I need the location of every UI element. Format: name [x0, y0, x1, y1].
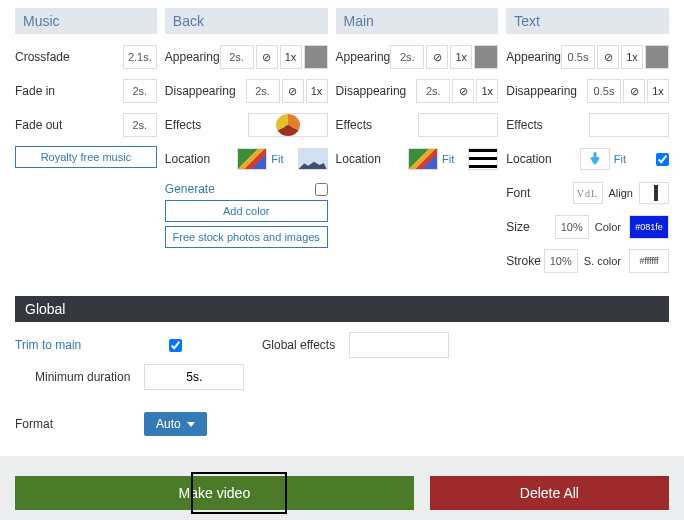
sky-thumb-icon[interactable] — [298, 148, 328, 170]
stripes-thumb-icon[interactable] — [468, 148, 498, 170]
format-dropdown[interactable]: Auto — [144, 412, 207, 436]
stroke-input[interactable] — [544, 249, 578, 273]
parrot-thumb-icon[interactable] — [237, 148, 267, 170]
make-video-button[interactable]: Make video — [15, 476, 414, 510]
main-appearing-color[interactable] — [474, 45, 498, 69]
main-fit-label[interactable]: Fit — [442, 153, 454, 165]
back-location-label: Location — [165, 152, 237, 166]
main-disappearing-label: Disappearing — [336, 84, 417, 98]
denied-icon[interactable]: ⊘ — [623, 79, 645, 103]
align-thumb-icon[interactable] — [639, 182, 669, 204]
main-appearing-label: Appearing — [336, 50, 391, 64]
fadeout-input[interactable] — [123, 113, 157, 137]
text-effects-input[interactable] — [589, 113, 669, 137]
denied-icon[interactable]: ⊘ — [597, 45, 619, 69]
main-effects-label: Effects — [336, 118, 419, 132]
globaleffects-label: Global effects — [262, 338, 335, 352]
align-label: Align — [609, 187, 633, 199]
main-location-label: Location — [336, 152, 408, 166]
fadein-input[interactable] — [123, 79, 157, 103]
text-effects-label: Effects — [506, 118, 589, 132]
text-location-label: Location — [506, 152, 579, 166]
color-swatch[interactable]: #081fe — [629, 215, 669, 239]
down-arrow-icon[interactable] — [580, 148, 610, 170]
back-section: Back Appearing ⊘ 1x Disappearing ⊘ 1x Ef… — [165, 8, 328, 278]
back-disappearing-label: Disappearing — [165, 84, 246, 98]
color-label: Color — [595, 221, 621, 233]
global-body: Trim to main Global effects Minimum dura… — [0, 322, 684, 446]
font-sample-icon[interactable]: VdL — [573, 182, 603, 204]
main-appearing-mult[interactable]: 1x — [450, 45, 472, 69]
text-disappearing-label: Disappearing — [506, 84, 587, 98]
add-color-button[interactable]: Add color — [165, 200, 328, 222]
denied-icon[interactable]: ⊘ — [282, 79, 304, 103]
free-stock-button[interactable]: Free stock photos and images — [165, 226, 328, 248]
delete-all-button[interactable]: Delete All — [430, 476, 669, 510]
stroke-label: Stroke — [506, 254, 543, 268]
main-header: Main — [336, 8, 499, 34]
scolor-swatch[interactable]: #ffffff — [629, 249, 669, 273]
generate-label: Generate — [165, 182, 315, 196]
back-effects-input[interactable] — [248, 113, 328, 137]
crossfade-input[interactable] — [123, 45, 157, 69]
trim-checkbox[interactable] — [169, 339, 182, 352]
denied-icon[interactable]: ⊘ — [452, 79, 474, 103]
crossfade-label: Crossfade — [15, 50, 123, 64]
main-disappearing-mult[interactable]: 1x — [476, 79, 498, 103]
text-section: Text Appearing ⊘ 1x Disappearing ⊘ 1x Ef… — [506, 8, 669, 278]
minduration-input[interactable] — [144, 364, 244, 390]
text-appearing-mult[interactable]: 1x — [621, 45, 643, 69]
main-section: Main Appearing ⊘ 1x Disappearing ⊘ 1x Ef… — [336, 8, 499, 278]
swirl-icon — [276, 114, 300, 136]
text-disappearing-input[interactable] — [587, 79, 621, 103]
parrot-thumb-icon[interactable] — [408, 148, 438, 170]
main-appearing-input[interactable] — [390, 45, 424, 69]
text-location-checkbox[interactable] — [656, 153, 669, 166]
scolor-label: S. color — [584, 255, 621, 267]
music-header: Music — [15, 8, 157, 34]
back-fit-label[interactable]: Fit — [271, 153, 283, 165]
back-appearing-label: Appearing — [165, 50, 220, 64]
back-appearing-mult[interactable]: 1x — [280, 45, 302, 69]
back-header: Back — [165, 8, 328, 34]
highlight-box — [191, 472, 287, 514]
back-effects-label: Effects — [165, 118, 248, 132]
format-label: Format — [15, 417, 130, 431]
back-disappearing-mult[interactable]: 1x — [306, 79, 328, 103]
main-disappearing-input[interactable] — [416, 79, 450, 103]
text-header: Text — [506, 8, 669, 34]
fadeout-label: Fade out — [15, 118, 123, 132]
text-appearing-input[interactable] — [561, 45, 595, 69]
text-fit-label[interactable]: Fit — [614, 153, 626, 165]
globaleffects-input[interactable] — [349, 332, 449, 358]
text-disappearing-mult[interactable]: 1x — [647, 79, 669, 103]
back-disappearing-input[interactable] — [246, 79, 280, 103]
denied-icon[interactable]: ⊘ — [426, 45, 448, 69]
size-input[interactable] — [555, 215, 589, 239]
trim-label: Trim to main — [15, 338, 81, 352]
main-effects-input[interactable] — [418, 113, 498, 137]
generate-checkbox[interactable] — [315, 183, 328, 196]
text-appearing-label: Appearing — [506, 50, 561, 64]
back-appearing-color[interactable] — [304, 45, 328, 69]
action-bar: Make video Delete All — [0, 456, 684, 520]
fadein-label: Fade in — [15, 84, 123, 98]
text-appearing-color[interactable] — [645, 45, 669, 69]
size-label: Size — [506, 220, 554, 234]
music-section: Music Crossfade Fade in Fade out Royalty… — [15, 8, 157, 278]
global-header: Global — [15, 296, 669, 322]
minduration-label: Minimum duration — [35, 370, 130, 384]
royalty-free-music-button[interactable]: Royalty free music — [15, 146, 157, 168]
font-label: Font — [506, 186, 572, 200]
back-appearing-input[interactable] — [220, 45, 254, 69]
denied-icon[interactable]: ⊘ — [256, 45, 278, 69]
